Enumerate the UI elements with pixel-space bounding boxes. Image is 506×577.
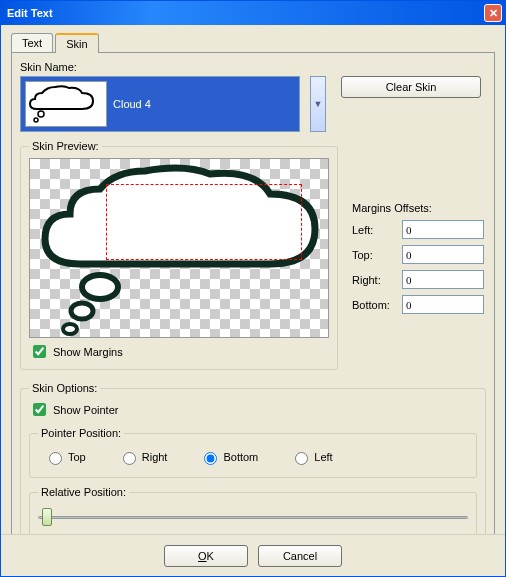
edit-text-window: Edit Text ✕ Text Skin Skin Name:: [0, 0, 506, 577]
chevron-down-icon: ▼: [314, 99, 323, 109]
pointer-top-label: Top: [68, 451, 86, 463]
skin-preview-label: Skin Preview:: [29, 140, 102, 152]
tab-bar: Text Skin: [11, 33, 495, 53]
skin-thumbnail: [25, 81, 107, 127]
preview-canvas: [29, 158, 329, 338]
pointer-right-label: Right: [142, 451, 168, 463]
pointer-top-radio[interactable]: [49, 452, 62, 465]
svg-point-2: [82, 275, 118, 299]
margin-top-label: Top:: [352, 249, 402, 261]
preview-margin-guide: [106, 184, 302, 260]
dropdown-toggle[interactable]: ▼: [310, 76, 326, 132]
margin-right-label: Right:: [352, 274, 402, 286]
show-margins-label: Show Margins: [53, 346, 123, 358]
show-margins-checkbox[interactable]: [33, 345, 46, 358]
ok-button[interactable]: OK: [164, 545, 248, 567]
svg-point-3: [71, 303, 93, 319]
dialog-footer: OK Cancel: [1, 534, 505, 576]
margin-left-input[interactable]: [402, 220, 484, 239]
pointer-bottom-label: Bottom: [223, 451, 258, 463]
relative-position-label: Relative Position:: [38, 486, 129, 498]
cloud-thumb-icon: [27, 83, 105, 125]
slider-thumb[interactable]: [42, 508, 52, 526]
margin-bottom-input[interactable]: [402, 295, 484, 314]
clear-skin-button[interactable]: Clear Skin: [341, 76, 481, 98]
skin-name-row: Cloud 4 ▼ Clear Skin: [20, 76, 486, 132]
margin-left-label: Left:: [352, 224, 402, 236]
slider-rail: [38, 516, 468, 519]
margin-top-input[interactable]: [402, 245, 484, 264]
close-icon: ✕: [489, 7, 498, 20]
tab-skin[interactable]: Skin: [55, 33, 98, 53]
skin-dropdown[interactable]: Cloud 4: [20, 76, 300, 132]
window-title: Edit Text: [7, 7, 484, 19]
skin-options-label: Skin Options:: [29, 382, 100, 394]
pointer-right-radio[interactable]: [123, 452, 136, 465]
margin-bottom-label: Bottom:: [352, 299, 402, 311]
titlebar: Edit Text ✕: [1, 1, 505, 25]
pointer-position-label: Pointer Position:: [38, 427, 124, 439]
skin-preview-group: Skin Preview: Show: [20, 140, 338, 370]
margins-offsets-label: Margins Offsets:: [352, 202, 486, 214]
skin-name-value: Cloud 4: [113, 98, 151, 110]
show-pointer-checkbox[interactable]: [33, 403, 46, 416]
cancel-button[interactable]: Cancel: [258, 545, 342, 567]
svg-point-1: [34, 118, 38, 122]
skin-name-label: Skin Name:: [20, 61, 486, 73]
svg-point-4: [63, 324, 77, 334]
pointer-left-option[interactable]: Left: [290, 449, 332, 465]
pointer-top-option[interactable]: Top: [44, 449, 86, 465]
skin-panel: Skin Name: Cloud 4 ▼ Clea: [11, 52, 495, 534]
pointer-bottom-option[interactable]: Bottom: [199, 449, 258, 465]
pointer-left-radio[interactable]: [295, 452, 308, 465]
pointer-left-label: Left: [314, 451, 332, 463]
relative-position-group: Relative Position:: [29, 486, 477, 534]
tab-text[interactable]: Text: [11, 33, 53, 53]
pointer-bottom-radio[interactable]: [204, 452, 217, 465]
content-area: Text Skin Skin Name: Cloud 4 ▼: [1, 25, 505, 534]
svg-point-0: [38, 111, 44, 117]
pointer-right-option[interactable]: Right: [118, 449, 168, 465]
skin-options-group: Skin Options: Show Pointer Pointer Posit…: [20, 382, 486, 534]
close-button[interactable]: ✕: [484, 4, 502, 22]
pointer-position-group: Pointer Position: Top Right Bottom: [29, 427, 477, 478]
relative-position-slider[interactable]: [38, 504, 468, 530]
margin-right-input[interactable]: [402, 270, 484, 289]
show-pointer-label: Show Pointer: [53, 404, 118, 416]
